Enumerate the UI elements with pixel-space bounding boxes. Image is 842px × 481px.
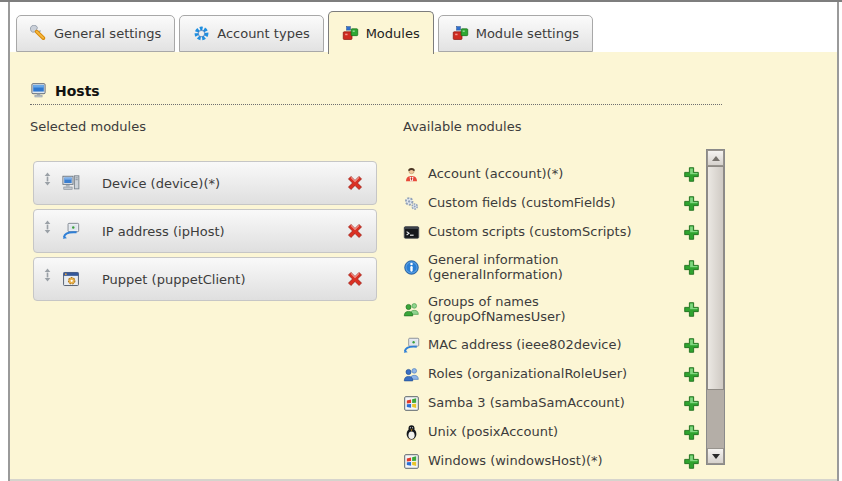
selected-modules-column: Selected modules Device (device)(*) IP a…: [30, 119, 380, 481]
penguin-icon: [403, 424, 420, 441]
ip-address-icon: [62, 222, 80, 240]
remove-module-button[interactable]: [346, 174, 364, 192]
terminal-icon: [403, 224, 420, 241]
module-label: Roles (organizationalRoleUser): [428, 367, 627, 382]
puppet-icon: [62, 270, 80, 288]
selected-modules-list: Device (device)(*) IP address (ipHost) P…: [33, 161, 377, 301]
drag-handle-icon[interactable]: [43, 268, 52, 282]
selected-module-row[interactable]: Puppet (puppetClient): [33, 257, 377, 301]
add-module-button[interactable]: [683, 301, 700, 318]
samba-icon: [403, 395, 420, 412]
scroll-up-button[interactable]: [707, 150, 724, 166]
arrow-up-icon: [712, 156, 720, 161]
tab-general-settings[interactable]: General settings: [16, 15, 175, 52]
account-person-icon: [403, 166, 420, 183]
device-icon: [62, 174, 80, 192]
modules-icon: [452, 25, 469, 42]
drag-handle-icon[interactable]: [43, 220, 52, 234]
selected-module-row[interactable]: IP address (ipHost): [33, 209, 377, 253]
modules-icon: [342, 25, 359, 42]
available-module-row: MAC address (ieee802device): [403, 337, 700, 354]
remove-module-button[interactable]: [346, 270, 364, 288]
add-module-button[interactable]: [683, 424, 700, 441]
selected-module-row[interactable]: Device (device)(*): [33, 161, 377, 205]
wrench-icon: [30, 25, 47, 42]
remove-module-button[interactable]: [346, 222, 364, 240]
available-modules-title: Available modules: [403, 119, 725, 134]
tab-modules[interactable]: Modules: [328, 11, 434, 54]
available-module-row: Samba 3 (sambaSamAccount): [403, 395, 700, 412]
module-label: Unix (posixAccount): [428, 425, 558, 440]
tab-label: General settings: [54, 26, 161, 41]
monitor-icon: [30, 82, 47, 99]
configuration-window: General settings Account types Modules M…: [8, 2, 839, 481]
add-module-button[interactable]: [683, 259, 700, 276]
module-label: Device (device)(*): [102, 176, 346, 191]
module-label: Windows (windowsHost)(*): [428, 454, 603, 469]
tab-account-types[interactable]: Account types: [179, 15, 323, 52]
add-module-button[interactable]: [683, 395, 700, 412]
module-label: General information (generalInformation): [428, 253, 670, 283]
add-module-button[interactable]: [683, 366, 700, 383]
windows-icon: [403, 453, 420, 470]
add-module-button[interactable]: [683, 195, 700, 212]
module-label: Groups of names (groupOfNamesUser): [428, 295, 670, 325]
mac-address-icon: [403, 337, 420, 354]
scroll-down-button[interactable]: [707, 448, 724, 464]
arrow-down-icon: [712, 454, 720, 459]
available-module-row: Unix (posixAccount): [403, 424, 700, 441]
group-green-icon: [403, 301, 420, 318]
available-module-row: Custom scripts (customScripts): [403, 224, 700, 241]
add-module-button[interactable]: [683, 453, 700, 470]
selected-modules-title: Selected modules: [30, 119, 380, 134]
module-label: Custom fields (customFields): [428, 196, 616, 211]
add-module-button[interactable]: [683, 166, 700, 183]
info-icon: [403, 259, 420, 276]
tab-bar: General settings Account types Modules M…: [10, 2, 837, 52]
module-label: Samba 3 (sambaSamAccount): [428, 396, 625, 411]
tab-label: Account types: [217, 26, 309, 41]
add-module-button[interactable]: [683, 337, 700, 354]
section-title: Hosts: [55, 83, 100, 99]
hosts-section-header: Hosts: [30, 82, 722, 105]
module-label: IP address (ipHost): [102, 224, 346, 239]
scrollbar-track[interactable]: [707, 390, 724, 448]
add-module-button[interactable]: [683, 224, 700, 241]
account-types-gear-icon: [193, 25, 210, 42]
available-module-row: General information (generalInformation): [403, 253, 700, 283]
available-modules-list: Account (account)(*) Custom fields (cust…: [403, 166, 700, 470]
module-label: Puppet (puppetClient): [102, 272, 346, 287]
custom-fields-icon: [403, 195, 420, 212]
tab-module-settings[interactable]: Module settings: [438, 15, 593, 52]
tab-label: Module settings: [476, 26, 579, 41]
available-module-row: Custom fields (customFields): [403, 195, 700, 212]
module-label: Account (account)(*): [428, 167, 563, 182]
drag-handle-icon[interactable]: [43, 172, 52, 186]
tab-label: Modules: [366, 26, 420, 41]
module-label: Custom scripts (customScripts): [428, 225, 632, 240]
modules-tab-content: Hosts Selected modules Device (device)(*…: [10, 52, 837, 481]
module-columns: Selected modules Device (device)(*) IP a…: [30, 119, 837, 481]
available-module-row: Roles (organizationalRoleUser): [403, 366, 700, 383]
scrollbar-thumb[interactable]: [707, 166, 724, 390]
available-module-row: Groups of names (groupOfNamesUser): [403, 295, 700, 325]
available-modules-column: Available modules Account (account)(*) C…: [403, 119, 725, 481]
group-blue-icon: [403, 366, 420, 383]
module-label: MAC address (ieee802device): [428, 338, 622, 353]
available-module-row: Windows (windowsHost)(*): [403, 453, 700, 470]
available-modules-scrollbar[interactable]: [706, 149, 725, 465]
available-module-row: Account (account)(*): [403, 166, 700, 183]
